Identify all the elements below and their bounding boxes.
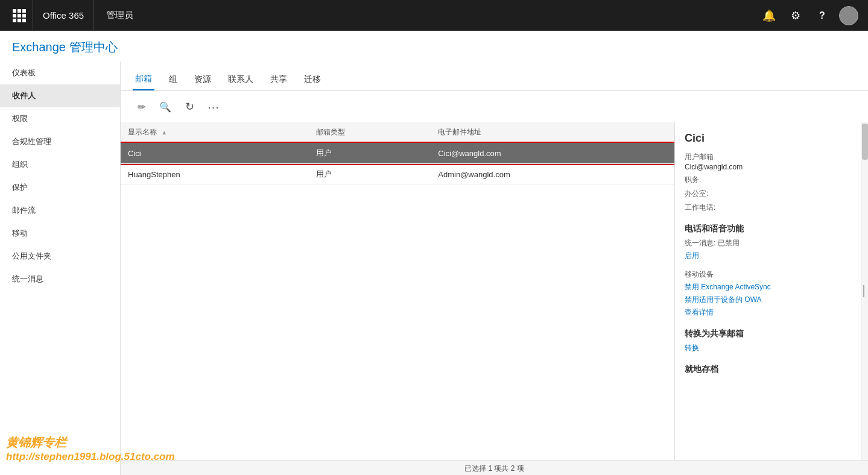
table-header-row: 显示名称 ▲ 邮箱类型 电子邮件地址	[121, 122, 674, 143]
user-mailbox-label: 用户邮箱	[685, 152, 858, 162]
col-mailbox-type[interactable]: 邮箱类型	[309, 122, 431, 143]
more-button[interactable]: ···	[205, 98, 222, 115]
waffle-icon	[13, 9, 26, 22]
search-button[interactable]: 🔍	[157, 98, 174, 115]
table-row[interactable]: HuangStephen 用户 Admin@wangld.com	[121, 164, 674, 185]
detail-panel: Cici 用户邮箱 Cici@wangld.com 职务: 办公室: 工作电话:…	[675, 122, 868, 460]
phone-voice-section-title: 电话和语音功能	[685, 224, 858, 234]
sort-icon: ▲	[161, 129, 167, 136]
cell-mailbox-type: 用户	[309, 164, 431, 185]
cell-mailbox-type: 用户	[309, 143, 431, 164]
status-bar: 已选择 1 项共 2 项	[121, 460, 868, 475]
sidebar-item-permissions[interactable]: 权限	[0, 107, 120, 130]
sidebar-item-organization[interactable]: 组织	[0, 153, 120, 176]
scrollbar-thumb	[862, 124, 868, 160]
gear-icon: ⚙	[791, 9, 800, 22]
refresh-button[interactable]: ↻	[181, 98, 198, 115]
tab-contacts[interactable]: 联系人	[226, 69, 256, 90]
sidebar-item-compliance[interactable]: 合规性管理	[0, 130, 120, 153]
archive-section-title: 就地存档	[685, 364, 858, 375]
waffle-menu-button[interactable]	[6, 0, 33, 31]
shared-mailbox-section-title: 转换为共享邮箱	[685, 329, 858, 339]
cell-display-name: HuangStephen	[121, 164, 309, 185]
content-area: 邮箱 组 资源 联系人 共享 迁移 ✏ 🔍 ↻ ···	[121, 61, 868, 475]
office-label: 办公室:	[685, 189, 858, 199]
tab-shared[interactable]: 共享	[268, 69, 290, 90]
app-name: Office 365	[33, 0, 93, 31]
disable-owa-link[interactable]: 禁用适用于设备的 OWA	[685, 295, 858, 305]
detail-title: Cici	[685, 132, 858, 145]
help-button[interactable]: ?	[809, 0, 835, 31]
bell-icon: 🔔	[762, 9, 776, 22]
help-icon: ?	[819, 10, 825, 21]
notification-button[interactable]: 🔔	[756, 0, 782, 31]
cell-display-name: Cici	[121, 143, 309, 164]
detail-email: Cici@wangld.com	[685, 163, 858, 171]
search-icon: 🔍	[159, 101, 171, 113]
table-section: 显示名称 ▲ 邮箱类型 电子邮件地址	[121, 122, 675, 460]
edit-button[interactable]: ✏	[133, 98, 150, 115]
refresh-icon: ↻	[185, 100, 194, 113]
col-display-name[interactable]: 显示名称 ▲	[121, 122, 309, 143]
tab-bar: 邮箱 组 资源 联系人 共享 迁移	[121, 61, 868, 91]
convert-link[interactable]: 转换	[685, 343, 858, 353]
tab-mailbox[interactable]: 邮箱	[133, 69, 154, 90]
topbar: Office 365 管理员 🔔 ⚙ ?	[0, 0, 868, 31]
job-title-label: 职务:	[685, 175, 858, 185]
tab-group[interactable]: 组	[166, 69, 180, 90]
page-title: Exchange 管理中心	[12, 40, 118, 54]
sidebar-item-recipients[interactable]: 收件人	[0, 84, 120, 107]
disable-activesync-link[interactable]: 禁用 Exchange ActiveSync	[685, 282, 858, 292]
sidebar-item-dashboard[interactable]: 仪表板	[0, 61, 120, 84]
sidebar-item-protection[interactable]: 保护	[0, 176, 120, 199]
cell-email: Cici@wangld.com	[431, 143, 674, 164]
main-layout: 仪表板 收件人 权限 合规性管理 组织 保护 邮件流 移动 公用文件夹 统一消息…	[0, 61, 868, 475]
cell-email: Admin@wangld.com	[431, 164, 674, 185]
user-name: 管理员	[93, 0, 145, 31]
page-header: Exchange 管理中心	[0, 31, 868, 61]
sidebar: 仪表板 收件人 权限 合规性管理 组织 保护 邮件流 移动 公用文件夹 统一消息	[0, 61, 121, 475]
table-container: 显示名称 ▲ 邮箱类型 电子邮件地址	[121, 122, 868, 460]
enable-link[interactable]: 启用	[685, 251, 858, 261]
tab-migrate[interactable]: 迁移	[302, 69, 323, 90]
sidebar-item-mobile[interactable]: 移动	[0, 222, 120, 245]
sidebar-item-public-folders[interactable]: 公用文件夹	[0, 245, 120, 268]
toolbar: ✏ 🔍 ↻ ···	[121, 91, 868, 122]
status-text: 已选择 1 项共 2 项	[464, 464, 524, 474]
settings-button[interactable]: ⚙	[782, 0, 809, 31]
avatar	[839, 6, 858, 25]
unified-msg-label: 统一消息: 已禁用	[685, 238, 858, 248]
data-table: 显示名称 ▲ 邮箱类型 电子邮件地址	[121, 122, 674, 185]
tab-resource[interactable]: 资源	[192, 69, 214, 90]
user-avatar-button[interactable]	[835, 0, 862, 31]
more-icon: ···	[207, 100, 220, 114]
view-details-link[interactable]: 查看详情	[685, 307, 858, 318]
mobile-devices-label: 移动设备	[685, 269, 858, 280]
sidebar-item-mail-flow[interactable]: 邮件流	[0, 199, 120, 222]
sidebar-item-unified-messaging[interactable]: 统一消息	[0, 268, 120, 291]
scrollbar-line	[863, 285, 864, 297]
work-phone-label: 工作电话:	[685, 203, 858, 213]
table-row[interactable]: Cici 用户 Cici@wangld.com	[121, 143, 674, 164]
col-email[interactable]: 电子邮件地址	[431, 122, 674, 143]
edit-icon: ✏	[138, 101, 145, 113]
detail-scrollbar[interactable]	[861, 122, 868, 460]
